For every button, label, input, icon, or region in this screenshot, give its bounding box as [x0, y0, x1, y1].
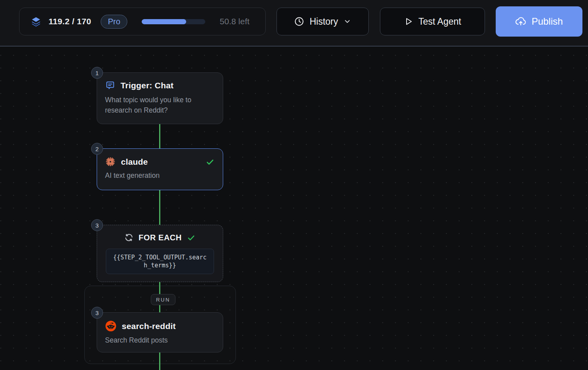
node-subtitle: AI text generation [105, 170, 215, 181]
node-title: search-reddit [122, 321, 176, 331]
test-agent-button[interactable]: Test Agent [380, 8, 485, 35]
success-check-icon [187, 233, 196, 242]
agent-builder-app: 119.2 / 170 Pro 50.8 left History Test A… [0, 0, 588, 370]
step-badge: 3 [91, 307, 103, 319]
node-title: Trigger: Chat [121, 81, 173, 90]
node-claude[interactable]: 2 claude [97, 148, 223, 190]
publish-label: Publish [532, 16, 563, 27]
play-icon [404, 17, 413, 26]
topbar: 119.2 / 170 Pro 50.8 left History Test A… [0, 0, 588, 47]
step-badge: 3 [91, 219, 103, 231]
node-trigger-chat[interactable]: 1 Trigger: Chat What topic would you lik… [97, 72, 223, 124]
step-badge: 1 [91, 67, 103, 79]
chat-bubble-icon [105, 80, 115, 91]
node-search-reddit[interactable]: 3 search [97, 312, 223, 352]
node-subtitle: Search Reddit posts [105, 335, 215, 345]
node-for-each[interactable]: 3 FOR EACH {{STEP_2_TOOL_OUTPUT.search_t… [97, 225, 223, 282]
credits-usage: 119.2 / 170 [49, 17, 91, 26]
clock-icon [294, 16, 304, 27]
plan-badge[interactable]: Pro [101, 15, 127, 29]
layers-icon [31, 16, 41, 27]
node-subtitle: What topic would you like to research on… [105, 95, 215, 115]
run-group-label: RUN [151, 294, 175, 305]
publish-button[interactable]: Publish [496, 6, 582, 37]
node-title: claude [121, 157, 148, 167]
node-title: FOR EACH [138, 233, 181, 242]
loop-icon [124, 233, 134, 242]
credits-remaining: 50.8 left [220, 17, 249, 26]
credits-widget[interactable]: 119.2 / 170 Pro 50.8 left [19, 8, 266, 35]
success-check-icon [205, 157, 215, 167]
chevron-down-icon [343, 18, 351, 25]
reddit-icon [105, 320, 117, 332]
test-agent-label: Test Agent [419, 16, 461, 27]
cloud-upload-icon [515, 16, 526, 27]
workflow-canvas[interactable]: RUN 1 Trigger: Chat What topic would you… [0, 47, 588, 370]
loop-input-expression[interactable]: {{STEP_2_TOOL_OUTPUT.search_terms}} [106, 249, 214, 274]
credits-progress-fill [142, 19, 186, 24]
history-button[interactable]: History [276, 8, 369, 35]
step-badge: 2 [91, 143, 103, 155]
history-label: History [310, 16, 338, 27]
credits-progress-bar [142, 19, 205, 24]
claude-icon [105, 156, 116, 167]
